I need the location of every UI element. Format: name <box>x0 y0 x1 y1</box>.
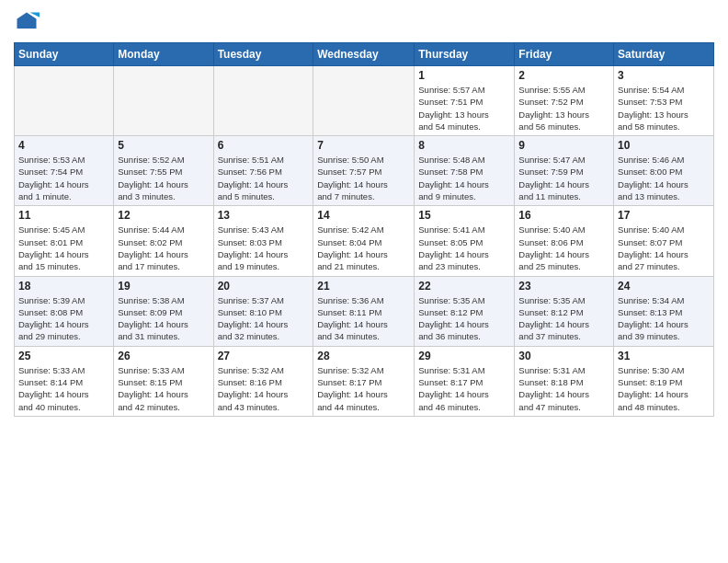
col-header-friday: Friday <box>515 43 614 66</box>
day-number: 15 <box>418 209 510 222</box>
calendar-cell: 17Sunrise: 5:40 AMSunset: 8:07 PMDayligh… <box>614 206 714 276</box>
day-number: 3 <box>618 69 710 82</box>
calendar-cell: 6Sunrise: 5:51 AMSunset: 7:56 PMDaylight… <box>213 136 313 206</box>
calendar-cell <box>313 66 415 136</box>
calendar-cell: 25Sunrise: 5:33 AMSunset: 8:14 PMDayligh… <box>15 346 114 416</box>
calendar-week-row: 1Sunrise: 5:57 AMSunset: 7:51 PMDaylight… <box>15 66 714 136</box>
calendar-cell: 27Sunrise: 5:32 AMSunset: 8:16 PMDayligh… <box>213 346 313 416</box>
day-number: 12 <box>118 209 209 222</box>
day-number: 1 <box>418 69 510 82</box>
calendar-table: SundayMondayTuesdayWednesdayThursdayFrid… <box>14 42 714 417</box>
calendar-cell: 21Sunrise: 5:36 AMSunset: 8:11 PMDayligh… <box>313 276 415 346</box>
day-info: Sunrise: 5:41 AMSunset: 8:05 PMDaylight:… <box>418 224 510 272</box>
day-number: 24 <box>618 280 710 293</box>
day-number: 5 <box>118 139 209 152</box>
day-info: Sunrise: 5:39 AMSunset: 8:08 PMDaylight:… <box>18 294 109 343</box>
day-info: Sunrise: 5:33 AMSunset: 8:14 PMDaylight:… <box>18 364 109 413</box>
day-number: 2 <box>518 69 609 82</box>
calendar-cell: 4Sunrise: 5:53 AMSunset: 7:54 PMDaylight… <box>15 136 114 206</box>
calendar-cell: 22Sunrise: 5:35 AMSunset: 8:12 PMDayligh… <box>415 276 515 346</box>
day-info: Sunrise: 5:57 AMSunset: 7:51 PMDaylight:… <box>418 84 510 132</box>
day-number: 18 <box>18 280 109 293</box>
calendar-cell: 23Sunrise: 5:35 AMSunset: 8:12 PMDayligh… <box>515 276 614 346</box>
day-number: 7 <box>317 139 410 152</box>
calendar-cell: 20Sunrise: 5:37 AMSunset: 8:10 PMDayligh… <box>213 276 313 346</box>
day-info: Sunrise: 5:50 AMSunset: 7:57 PMDaylight:… <box>317 154 410 202</box>
day-number: 10 <box>618 139 710 152</box>
day-info: Sunrise: 5:32 AMSunset: 8:16 PMDaylight:… <box>218 364 310 413</box>
day-number: 19 <box>118 280 209 293</box>
calendar-week-row: 11Sunrise: 5:45 AMSunset: 8:01 PMDayligh… <box>15 206 714 276</box>
calendar-cell: 12Sunrise: 5:44 AMSunset: 8:02 PMDayligh… <box>114 206 213 276</box>
day-info: Sunrise: 5:44 AMSunset: 8:02 PMDaylight:… <box>118 224 209 272</box>
col-header-wednesday: Wednesday <box>313 43 415 66</box>
calendar-cell: 26Sunrise: 5:33 AMSunset: 8:15 PMDayligh… <box>114 346 213 416</box>
day-info: Sunrise: 5:46 AMSunset: 8:00 PMDaylight:… <box>618 154 710 202</box>
day-info: Sunrise: 5:34 AMSunset: 8:13 PMDaylight:… <box>618 294 710 343</box>
calendar-cell: 30Sunrise: 5:31 AMSunset: 8:18 PMDayligh… <box>515 346 614 416</box>
calendar-header-row: SundayMondayTuesdayWednesdayThursdayFrid… <box>15 43 714 66</box>
day-info: Sunrise: 5:37 AMSunset: 8:10 PMDaylight:… <box>218 294 310 343</box>
day-info: Sunrise: 5:47 AMSunset: 7:59 PMDaylight:… <box>518 154 609 202</box>
calendar-cell: 2Sunrise: 5:55 AMSunset: 7:52 PMDaylight… <box>515 66 614 136</box>
day-info: Sunrise: 5:55 AMSunset: 7:52 PMDaylight:… <box>518 84 609 132</box>
calendar-cell: 9Sunrise: 5:47 AMSunset: 7:59 PMDaylight… <box>515 136 614 206</box>
day-number: 21 <box>317 280 410 293</box>
logo <box>14 9 43 35</box>
calendar-cell: 24Sunrise: 5:34 AMSunset: 8:13 PMDayligh… <box>614 276 714 346</box>
day-number: 6 <box>218 139 310 152</box>
day-number: 11 <box>18 209 109 222</box>
calendar-cell: 3Sunrise: 5:54 AMSunset: 7:53 PMDaylight… <box>614 66 714 136</box>
day-number: 13 <box>218 209 310 222</box>
day-info: Sunrise: 5:40 AMSunset: 8:07 PMDaylight:… <box>618 224 710 272</box>
col-header-saturday: Saturday <box>614 43 714 66</box>
day-number: 4 <box>18 139 109 152</box>
day-info: Sunrise: 5:31 AMSunset: 8:18 PMDaylight:… <box>518 364 609 413</box>
day-number: 28 <box>317 350 410 362</box>
day-number: 31 <box>618 350 710 362</box>
calendar-cell: 5Sunrise: 5:52 AMSunset: 7:55 PMDaylight… <box>114 136 213 206</box>
day-info: Sunrise: 5:40 AMSunset: 8:06 PMDaylight:… <box>518 224 609 272</box>
col-header-sunday: Sunday <box>15 43 114 66</box>
day-number: 22 <box>418 280 510 293</box>
day-number: 27 <box>218 350 310 362</box>
day-info: Sunrise: 5:36 AMSunset: 8:11 PMDaylight:… <box>317 294 410 343</box>
header <box>14 9 714 35</box>
calendar-cell: 1Sunrise: 5:57 AMSunset: 7:51 PMDaylight… <box>415 66 515 136</box>
day-info: Sunrise: 5:35 AMSunset: 8:12 PMDaylight:… <box>518 294 609 343</box>
day-info: Sunrise: 5:51 AMSunset: 7:56 PMDaylight:… <box>218 154 310 202</box>
day-info: Sunrise: 5:42 AMSunset: 8:04 PMDaylight:… <box>317 224 410 272</box>
day-number: 23 <box>518 280 609 293</box>
day-number: 8 <box>418 139 510 152</box>
day-number: 16 <box>518 209 609 222</box>
day-number: 14 <box>317 209 410 222</box>
day-info: Sunrise: 5:52 AMSunset: 7:55 PMDaylight:… <box>118 154 209 202</box>
calendar-week-row: 4Sunrise: 5:53 AMSunset: 7:54 PMDaylight… <box>15 136 714 206</box>
day-number: 30 <box>518 350 609 362</box>
day-number: 25 <box>18 350 109 362</box>
page: SundayMondayTuesdayWednesdayThursdayFrid… <box>0 0 728 563</box>
calendar-cell: 19Sunrise: 5:38 AMSunset: 8:09 PMDayligh… <box>114 276 213 346</box>
calendar-cell <box>15 66 114 136</box>
calendar-week-row: 18Sunrise: 5:39 AMSunset: 8:08 PMDayligh… <box>15 276 714 346</box>
day-info: Sunrise: 5:54 AMSunset: 7:53 PMDaylight:… <box>618 84 710 132</box>
day-number: 9 <box>518 139 609 152</box>
day-info: Sunrise: 5:35 AMSunset: 8:12 PMDaylight:… <box>418 294 510 343</box>
calendar-cell: 8Sunrise: 5:48 AMSunset: 7:58 PMDaylight… <box>415 136 515 206</box>
col-header-tuesday: Tuesday <box>213 43 313 66</box>
logo-icon <box>14 9 40 35</box>
day-info: Sunrise: 5:48 AMSunset: 7:58 PMDaylight:… <box>418 154 510 202</box>
calendar-week-row: 25Sunrise: 5:33 AMSunset: 8:14 PMDayligh… <box>15 346 714 416</box>
calendar-cell: 29Sunrise: 5:31 AMSunset: 8:17 PMDayligh… <box>415 346 515 416</box>
day-number: 17 <box>618 209 710 222</box>
calendar-cell: 11Sunrise: 5:45 AMSunset: 8:01 PMDayligh… <box>15 206 114 276</box>
calendar-cell: 13Sunrise: 5:43 AMSunset: 8:03 PMDayligh… <box>213 206 313 276</box>
day-number: 20 <box>218 280 310 293</box>
day-info: Sunrise: 5:33 AMSunset: 8:15 PMDaylight:… <box>118 364 209 413</box>
calendar-cell: 31Sunrise: 5:30 AMSunset: 8:19 PMDayligh… <box>614 346 714 416</box>
day-info: Sunrise: 5:32 AMSunset: 8:17 PMDaylight:… <box>317 364 410 413</box>
day-info: Sunrise: 5:43 AMSunset: 8:03 PMDaylight:… <box>218 224 310 272</box>
col-header-monday: Monday <box>114 43 213 66</box>
calendar-cell <box>114 66 213 136</box>
day-info: Sunrise: 5:53 AMSunset: 7:54 PMDaylight:… <box>18 154 109 202</box>
